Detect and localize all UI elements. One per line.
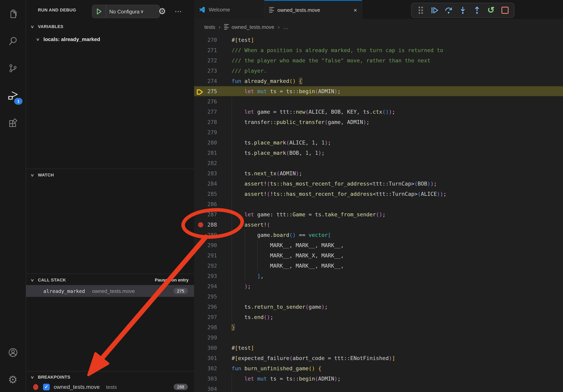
variables-section-header[interactable]: ∨ VARIABLES [26,22,194,31]
line-number[interactable]: 302 [194,363,217,373]
line-number[interactable]: 283 [194,168,217,178]
code-line[interactable]: 275 let mut ts = ts::begin(ADMIN); [194,86,563,96]
code-line[interactable]: 277 let game = ttt::new(ALICE, BOB, KEY,… [194,107,563,117]
line-number[interactable]: 274 [194,76,217,86]
line-number[interactable]: 275 [194,86,217,96]
code-line[interactable]: 303 let mut ts = ts::begin(ADMIN); [194,373,563,384]
code-line[interactable]: 296 ts.return_to_sender(game); [194,301,563,312]
settings-gear-icon[interactable]: ⚙ [0,370,26,389]
debug-settings-gear-icon[interactable]: ⚙ [157,6,168,17]
breakpoints-section-header[interactable]: ∨ BREAKPOINTS [26,373,194,381]
line-number[interactable]: 279 [194,127,217,137]
line-number[interactable]: 296 [194,301,217,312]
run-and-debug-icon[interactable]: 1 [0,86,26,105]
line-number[interactable]: 304 [194,384,217,392]
tab-welcome[interactable]: Welcome [194,0,264,19]
code-line[interactable]: 300#[test] [194,343,563,353]
breakpoint-checkbox[interactable]: ✓ [43,383,50,390]
restart-button[interactable]: ↺ [486,5,496,15]
code-line[interactable]: 293 ], [194,271,563,281]
code-line[interactable]: 304 [194,384,563,392]
code-line[interactable]: 295 [194,291,563,301]
code-line[interactable]: 294 ); [194,281,563,291]
breadcrumb-item-tests[interactable]: tests [204,24,215,30]
line-number[interactable]: 303 [194,373,217,384]
line-number[interactable]: 272 [194,55,217,65]
line-number[interactable]: 289 [194,230,217,240]
step-into-button[interactable] [458,5,468,15]
code-line[interactable]: 297 ts.end(); [194,312,563,322]
start-debug-icon[interactable] [92,5,106,18]
call-stack-frame-row[interactable]: already_marked owned_tests.move 275 [26,285,194,297]
line-number[interactable]: 273 [194,65,217,76]
code-line[interactable]: 299 [194,332,563,343]
code-line[interactable]: 273/// player. [194,65,563,76]
account-icon[interactable] [0,343,26,362]
line-number[interactable]: 300 [194,343,217,353]
code-line[interactable]: 281 ts.place_mark(BOB, 1, 1); [194,148,563,158]
code-line[interactable]: 284 assert!(ts::has_most_recent_for_addr… [194,178,563,189]
line-number[interactable]: 284 [194,178,217,189]
code-line[interactable]: 280 ts.place_mark(ALICE, 1, 1); [194,137,563,148]
code-line[interactable]: 278 transfer::public_transfer(game, ADMI… [194,117,563,127]
code-line[interactable]: 270#[test] [194,35,563,45]
code-line[interactable]: 291 MARK__, MARK_X, MARK__, [194,250,563,261]
line-number[interactable]: 294 [194,281,217,291]
more-actions-icon[interactable]: ⋯ [173,6,184,17]
code-line[interactable]: 288 assert!( [194,220,563,230]
line-number[interactable]: 276 [194,96,217,107]
line-number[interactable]: 298 [194,322,217,332]
code-line[interactable]: 286 [194,199,563,209]
line-number[interactable]: 287 [194,209,217,220]
extensions-icon[interactable] [0,114,26,133]
code-lines[interactable]: 270#[test]271/// When a position is alre… [194,35,563,392]
code-line[interactable]: 283 ts.next_tx(ADMIN); [194,168,563,178]
step-out-button[interactable] [472,5,482,15]
line-number[interactable]: 286 [194,199,217,209]
continue-button[interactable] [429,5,440,15]
code-line[interactable]: 271/// When a position is already marked… [194,45,563,55]
line-number[interactable]: 290 [194,240,217,250]
code-line[interactable]: 298} [194,322,563,332]
line-number[interactable]: 295 [194,291,217,301]
stop-button[interactable] [500,5,510,15]
code-line[interactable]: 301#[expected_failure(abort_code = ttt::… [194,353,563,363]
code-line[interactable]: 279 [194,127,563,137]
close-icon[interactable]: × [354,7,357,13]
code-line[interactable]: 302fun burn_unfinished_game() { [194,363,563,373]
code-line[interactable]: 285 assert!(!ts::has_most_recent_for_add… [194,189,563,199]
line-number[interactable]: 297 [194,312,217,322]
search-icon[interactable] [0,32,26,51]
line-number[interactable]: 271 [194,45,217,55]
code-line[interactable]: 289 game.board() == vector[ [194,230,563,240]
call-stack-section-header[interactable]: ∨ CALL STACK Paused on entry [26,275,194,284]
line-number[interactable]: 292 [194,261,217,271]
code-line[interactable]: 282 [194,158,563,168]
line-number[interactable]: 291 [194,250,217,261]
debug-config-dropdown[interactable]: No Configura ∨ [92,5,160,18]
source-control-icon[interactable] [0,59,26,78]
line-number[interactable]: 282 [194,158,217,168]
code-line[interactable]: 276 [194,96,563,107]
toolbar-drag-grip[interactable] [415,5,426,15]
watch-section-header[interactable]: ∨ WATCH [26,170,194,179]
line-number[interactable]: 280 [194,137,217,148]
code-line[interactable]: 287 let game: ttt::Game = ts.take_from_s… [194,209,563,220]
line-number[interactable]: 293 [194,271,217,281]
line-number[interactable]: 277 [194,107,217,117]
line-number[interactable]: 270 [194,35,217,45]
explorer-icon[interactable] [0,4,26,23]
step-over-button[interactable] [444,5,454,15]
line-number[interactable]: 285 [194,189,217,199]
code-line[interactable]: 292 MARK__, MARK__, MARK__, [194,261,563,271]
line-number[interactable]: 299 [194,332,217,343]
line-number[interactable]: 288 [194,220,217,230]
line-number[interactable]: 278 [194,117,217,127]
line-number[interactable]: 301 [194,353,217,363]
line-number[interactable]: 281 [194,148,217,158]
code-line[interactable]: 290 MARK__, MARK__, MARK__, [194,240,563,250]
breadcrumb-item-file[interactable]: owned_tests.move [231,24,274,30]
breakpoint-list-item[interactable]: ✓ owned_tests.move tests 288 [26,381,194,392]
code-line[interactable]: 272/// the player who made the "false" m… [194,55,563,65]
breadcrumb-item-symbol[interactable]: … [283,24,288,30]
